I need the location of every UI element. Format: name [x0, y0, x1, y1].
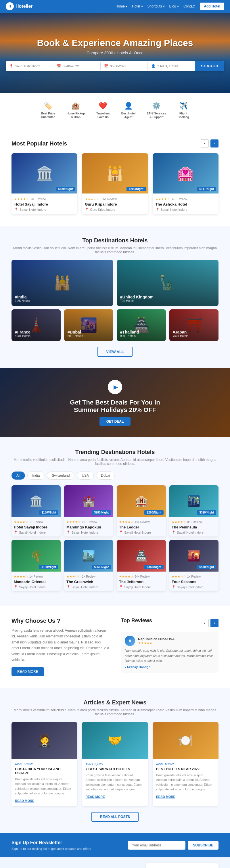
nav-shortcuts[interactable]: Shortcuts ▾ [147, 4, 165, 8]
article-card-1[interactable]: 🤵 APRIL 5,2022 COSTA RICA YOUR ISLAND ES… [11, 722, 77, 806]
calendar2-icon: 📅 [104, 64, 108, 68]
dest-hotels-india: 1.2K Hotels [15, 299, 110, 303]
dest-japan[interactable]: ⛩️ #Japan 700+ Hotels [169, 309, 219, 341]
feature-best-price: 🏷️ Best PriceGuarantee [35, 99, 61, 122]
dest-thailand[interactable]: 🏯 #Thailand 900+ Hotels [117, 309, 166, 341]
destination-input[interactable] [15, 64, 50, 68]
dest-hotels-france: 400+ Hotels [15, 334, 57, 338]
article-read-3[interactable]: READ MORE [156, 795, 175, 799]
price-badge-2: $200/Night [127, 187, 146, 191]
trending-card-1[interactable]: 🏛️ $180/Night ★★★★☆1+ Review Hotel Sayaj… [11, 485, 61, 536]
view-all-button[interactable]: VIEW ALL [97, 347, 133, 357]
best-price-icon: 🏷️ [44, 102, 52, 110]
hotel-image-2: 🕌 $200/Night [82, 153, 148, 193]
nav-hotel[interactable]: Hotel ▾ [132, 4, 142, 8]
popular-hotels-section: Most Popular Hotels ‹ › 🏛️ $180/Night ★★… [0, 128, 230, 226]
subscribe-button[interactable]: SUBSCRIBE [188, 841, 219, 849]
tab-india[interactable]: India [27, 471, 44, 479]
hero-subtitle: Compare 3000+ Hotels At Once [6, 51, 224, 55]
add-hotel-button[interactable]: Add Hotel [200, 3, 224, 10]
article-card-3[interactable]: 🍽️ APRIL 6,2022 BEST HOTELS NEAR 2022 Pr… [153, 722, 219, 806]
get-deal-button[interactable]: GET DEAL [99, 417, 131, 426]
read-all-button[interactable]: READ ALL POSTS [91, 812, 139, 822]
pin-icon: 📍 [156, 208, 160, 211]
play-icon: ▶ [113, 383, 118, 391]
person-icon: 👤 [151, 64, 156, 68]
destinations-title: Top Destinations Hotels [11, 237, 219, 244]
dest-overlay-uk: #United Kingdom 70K Hotels [117, 260, 219, 306]
dest-dubai[interactable]: 🌆 #Dubai 500+ Hotels [64, 309, 113, 341]
destination-field: 📍 [6, 62, 53, 70]
article-title-1: COSTA RICA YOUR ISLAND ESCAPE [15, 767, 74, 775]
nav-contact[interactable]: Contact [184, 4, 195, 8]
calendar-icon: 📅 [57, 64, 61, 68]
review-next[interactable]: › [210, 619, 219, 627]
hotel-image-3: 🏩 $111/Night [153, 153, 219, 193]
hotel-card-1[interactable]: 🏛️ $180/Night ★★★★☆ 34+ Review Hotel Say… [11, 153, 77, 214]
trending-title: Trending Destinations Hotels [11, 449, 219, 456]
article-title-2: 7 BEST SARNATH HOTELS [86, 767, 144, 771]
trending-hotels-row2: 🌴 $180/Night ★★★★☆1+ Review Mandarin Ori… [11, 540, 219, 591]
tab-dubai[interactable]: Dubai [96, 471, 115, 479]
t-info-6: ★★★☆☆1+ Review The Greenwich 📍Sayaji Hot… [64, 571, 113, 591]
search-button[interactable]: SEARCH [195, 61, 224, 71]
dest-hotels-dubai: 500+ Hotels [68, 334, 110, 338]
prev-arrow[interactable]: ‹ [201, 140, 209, 148]
trending-card-2[interactable]: 🏰 $280/Night ★★★★☆06+ Review Mandingo Ka… [64, 485, 113, 536]
review-prev[interactable]: ‹ [201, 619, 209, 627]
dest-uk[interactable]: 🗽 #United Kingdom 70K Hotels [117, 260, 219, 306]
next-arrow[interactable]: › [210, 140, 219, 148]
trending-card-5[interactable]: 🌴 $180/Night ★★★★☆1+ Review Mandarin Ori… [11, 540, 61, 591]
t-price-3: $260/Night [144, 510, 164, 515]
articles-subtitle: Morbi mollis vestibulum sollicitudin. Na… [11, 708, 219, 716]
deal-banner-section: ▶ Get The Best Deals For You InSummer Ho… [0, 368, 230, 437]
tab-usa[interactable]: USA [77, 471, 94, 479]
dest-name-japan: #Japan [173, 330, 215, 334]
pin-icon: 📍 [14, 208, 19, 211]
article-date-1: APRIL 5,2022 [15, 763, 74, 766]
nav-home[interactable]: Home ▾ [116, 4, 127, 8]
trending-card-8[interactable]: 🌇 $570/Night ★★★☆☆1+ Review Four Seasons… [169, 540, 219, 591]
nav-blog[interactable]: Blog ▾ [169, 4, 179, 8]
why-text: Proin gravida felis vel arcu aliquot. Ae… [11, 628, 109, 663]
tab-switzerland[interactable]: Switzerland [47, 471, 74, 479]
article-img-2: 🤝 [82, 722, 148, 759]
dest-hotels-japan: 700+ Hotels [173, 334, 215, 338]
t-info-7: ★★★★☆64+ Review The Jefferson 📍Sayaji Ho… [117, 571, 166, 591]
popular-title: Most Popular Hotels [11, 140, 67, 147]
dest-hotels-thailand: 900+ Hotels [120, 334, 162, 338]
hotel-card-2[interactable]: 🕌 $200/Night ★★★☆☆ 36+ Review Guru Kripa… [82, 153, 148, 214]
article-read-1[interactable]: READ MORE [15, 799, 34, 802]
dest-france[interactable]: 🗼 #France 400+ Hotels [11, 309, 61, 341]
tab-all[interactable]: All [11, 471, 25, 479]
logo-icon: H [6, 2, 14, 10]
logo: H Hotelier [6, 2, 33, 10]
search-bar: 📍 📅 📅 👤 SEARCH [6, 61, 224, 71]
trending-card-6[interactable]: 🏙️ $660/Night ★★★☆☆1+ Review The Greenwi… [64, 540, 113, 591]
article-card-2[interactable]: 🤝 APRIL 6,2022 7 BEST SARNATH HOTELS Pro… [82, 722, 148, 806]
hotel-card-3[interactable]: 🏩 $111/Night ★★★★☆ 40+ Review The Ashoka… [153, 153, 219, 214]
article-date-2: APRIL 6,2022 [86, 763, 144, 766]
article-body-3: APRIL 6,2022 BEST HOTELS NEAR 2022 Proin… [153, 759, 219, 802]
checkout-field: 📅 [101, 62, 148, 70]
trending-card-3[interactable]: 🏨 $260/Night ★★★★☆44+ Review The Ledger … [117, 485, 166, 536]
newsletter-section: Sign Up For Newsletter Sign up to our ma… [0, 833, 230, 857]
dest-india[interactable]: 🕌 #India 1.2K Hotels [11, 260, 113, 306]
trending-card-4[interactable]: 🌃 $320/Night ★★★★☆08+ Review The Peninsu… [169, 485, 219, 536]
t-price-2: $280/Night [92, 510, 111, 515]
read-more-button[interactable]: READ MORE [11, 667, 44, 676]
article-read-2[interactable]: READ MORE [86, 795, 105, 799]
hotel-info-3: ★★★★☆ 40+ Review The Ashoka Hotel 📍 Saya… [153, 193, 219, 214]
play-button[interactable]: ▶ [108, 380, 122, 394]
newsletter-email-input[interactable] [128, 841, 186, 849]
checkout-input[interactable] [110, 64, 144, 68]
t-price-8: $570/Night [197, 565, 216, 569]
guests-input[interactable] [157, 64, 192, 68]
article-text-3: Proin gravida felis vel arcu aliquot. Ae… [156, 773, 215, 792]
t-info-1: ★★★★☆1+ Review Hotel Sayaji Indore 📍Saya… [11, 517, 61, 536]
main-nav: Home ▾ Hotel ▾ Shortcuts ▾ Blog ▾ Contac… [116, 3, 224, 10]
home-pickup-icon: 🏨 [71, 102, 80, 110]
trending-card-7[interactable]: 🏯 $340/Night ★★★★☆64+ Review The Jeffers… [117, 540, 166, 591]
heart-icon: ❤️ [99, 102, 107, 110]
checkin-input[interactable] [63, 64, 97, 68]
